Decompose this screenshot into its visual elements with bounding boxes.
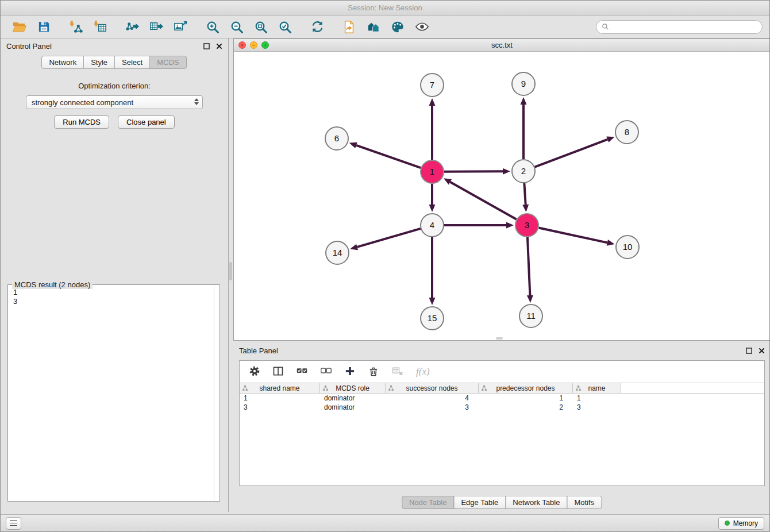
function-builder-button[interactable]: f(x) [416,366,430,377]
graph-node-14[interactable]: 14 [326,241,349,264]
float-panel-button[interactable] [203,43,210,49]
graph-node-1[interactable]: 1 [421,160,444,183]
table-close-panel-button[interactable] [759,348,765,354]
zoom-fit-button[interactable] [249,17,273,37]
share-document-button[interactable] [337,17,361,37]
import-table-button[interactable] [88,17,112,37]
table-cell[interactable]: 1 [573,394,621,402]
graph-edge-1-2[interactable] [444,171,503,172]
memory-button[interactable]: Memory [718,517,764,530]
delete-column-button[interactable] [368,365,379,379]
select-all-button[interactable] [296,365,308,379]
table-cell[interactable]: dominator [320,394,386,402]
tab-style[interactable]: Style [83,56,115,69]
graph-node-15[interactable]: 15 [421,307,444,330]
table-cell[interactable]: 3 [240,403,320,411]
status-menu-button[interactable] [6,517,21,530]
tab-edge-table[interactable]: Edge Table [453,496,506,509]
eye-button[interactable] [410,17,434,37]
result-scrollbar[interactable] [214,286,214,500]
graph-edge-1-6[interactable] [356,145,421,168]
column-header-mcds-role[interactable]: MCDS role [320,383,386,393]
window-minimize-icon[interactable]: − [250,41,257,49]
column-sort-icon [322,385,329,391]
graph-node-6[interactable]: 6 [325,127,348,150]
zoom-out-button[interactable] [225,17,249,37]
graph-node-10[interactable]: 10 [616,236,639,259]
export-network-button[interactable] [120,17,144,37]
window-titlebar[interactable]: Session: New Session [1,1,769,16]
save-session-button[interactable] [32,17,56,37]
network-canvas[interactable]: 7968124314101511 [234,52,770,340]
search-input[interactable] [613,22,757,31]
table-panel: Table Panel [233,343,770,512]
column-sort-icon [388,385,394,391]
table-cell[interactable]: 4 [386,394,479,402]
network-window-titlebar[interactable]: × − + scc.txt [234,39,770,52]
run-mcds-button[interactable]: Run MCDS [54,115,109,129]
table-cell[interactable]: 2 [479,403,573,411]
export-table-button[interactable] [144,17,168,37]
graph-node-9[interactable]: 9 [512,72,535,95]
refresh-button[interactable] [305,17,329,37]
svg-text:11: 11 [526,311,536,321]
mcds-result-box: MCDS result (2 nodes) 13 [7,284,220,502]
export-image-button[interactable] [168,17,192,37]
tab-motifs[interactable]: Motifs [567,496,602,509]
svg-text:6: 6 [334,133,339,143]
graph-node-8[interactable]: 8 [615,121,638,144]
network-window: × − + scc.txt 7968124314101511 [233,38,770,341]
import-network-button[interactable] [64,17,88,37]
table-cell[interactable]: 3 [573,403,621,411]
table-row[interactable]: 1dominator411 [240,394,764,403]
refresh-group [305,17,329,37]
graph-edge-3-1[interactable] [450,182,516,219]
close-panel-button[interactable] [216,43,222,49]
table-cell[interactable]: 1 [479,394,573,402]
graph-edge-3-11[interactable] [528,237,530,295]
deselect-all-button[interactable] [320,365,332,379]
graph-edge-2-3[interactable] [524,183,525,205]
zoom-selected-button[interactable] [273,17,297,37]
close-panel-action-button[interactable]: Close panel [118,115,175,129]
criterion-dropdown[interactable]: strongly connected component [26,95,203,109]
style-button[interactable] [386,17,410,37]
table-cell[interactable]: 3 [386,403,479,411]
window-maximize-icon[interactable]: + [261,41,269,49]
window-close-icon[interactable]: × [238,41,246,49]
tab-select[interactable]: Select [114,56,150,69]
zoom-in-button[interactable] [201,17,225,37]
panel-splitter-handle[interactable] [229,262,232,280]
graph-node-11[interactable]: 11 [519,304,542,327]
tab-node-table[interactable]: Node Table [402,496,455,509]
tab-network[interactable]: Network [41,56,84,69]
graph-node-4[interactable]: 4 [421,214,444,237]
graph-edge-4-14[interactable] [357,229,421,247]
graph-edge-3-10[interactable] [539,228,607,242]
table-float-panel-button[interactable] [746,348,752,354]
column-header-predecessor-nodes[interactable]: predecessor nodes [479,383,573,393]
table-row[interactable]: 3dominator323 [240,403,764,412]
show-columns-button[interactable] [272,365,284,379]
table-settings-button[interactable] [249,365,260,379]
home-button[interactable] [361,17,386,37]
table-cell[interactable]: 1 [240,394,320,402]
graph-node-3[interactable]: 3 [515,214,538,237]
svg-text:9: 9 [521,79,526,88]
tab-mcds[interactable]: MCDS [149,56,186,69]
open-session-button[interactable] [7,17,32,37]
column-header-shared-name[interactable]: shared name [240,383,320,393]
mcds-result-label: MCDS result (2 nodes) [12,280,93,289]
tab-network-table[interactable]: Network Table [505,496,567,509]
resize-handle[interactable] [496,337,503,340]
graph-node-7[interactable]: 7 [421,74,444,97]
column-header-successor-nodes[interactable]: successor nodes [386,383,479,393]
column-header-name[interactable]: name [573,383,621,393]
graph-edge-2-8[interactable] [535,140,608,167]
add-column-button[interactable] [344,365,356,379]
table-cell[interactable]: dominator [320,403,386,411]
window-title: Session: New Session [348,3,422,12]
graph-edge-arrow-icon [429,98,436,106]
graph-node-2[interactable]: 2 [512,160,535,183]
delete-table-button[interactable] [391,365,404,379]
